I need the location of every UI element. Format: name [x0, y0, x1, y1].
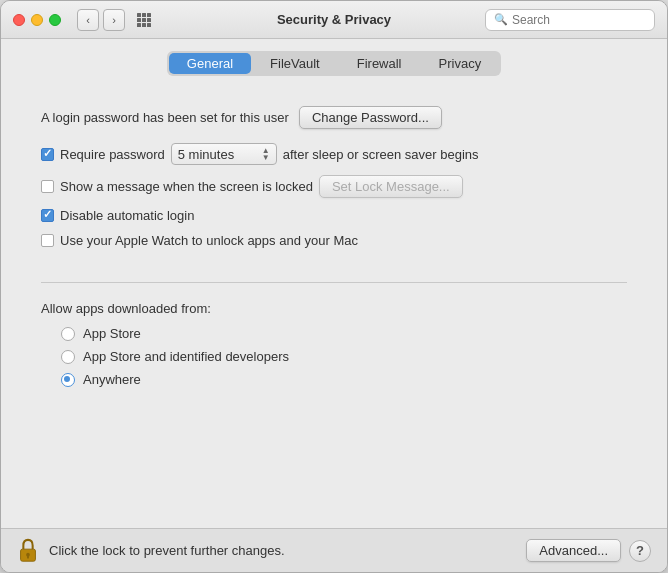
svg-rect-1: [142, 13, 146, 17]
svg-rect-5: [147, 18, 151, 22]
radio-app-store[interactable]: [61, 327, 75, 341]
radio-group: App Store App Store and identified devel…: [41, 326, 627, 387]
section-apps: Allow apps downloaded from: App Store Ap…: [41, 297, 627, 391]
titlebar: ‹ › Security & Privacy 🔍: [1, 1, 667, 39]
disable-autologin-checkbox[interactable]: [41, 209, 54, 222]
radio-anywhere-label: Anywhere: [83, 372, 141, 387]
svg-rect-7: [142, 23, 146, 27]
footer-lock-text: Click the lock to prevent further change…: [49, 543, 526, 558]
tabs-bar: General FileVault Firewall Privacy: [1, 39, 667, 86]
radio-row-app-store-identified: App Store and identified developers: [61, 349, 627, 364]
tab-general[interactable]: General: [169, 53, 251, 74]
search-input[interactable]: [512, 13, 646, 27]
window: ‹ › Security & Privacy 🔍 General: [0, 0, 668, 573]
minimize-button[interactable]: [31, 14, 43, 26]
allow-apps-label: Allow apps downloaded from:: [41, 301, 627, 316]
close-button[interactable]: [13, 14, 25, 26]
svg-rect-0: [137, 13, 141, 17]
search-box[interactable]: 🔍: [485, 9, 655, 31]
svg-rect-11: [27, 554, 29, 558]
advanced-button[interactable]: Advanced...: [526, 539, 621, 562]
select-arrow-icon: ▲▼: [262, 147, 270, 161]
after-sleep-label: after sleep or screen saver begins: [283, 147, 479, 162]
svg-rect-4: [142, 18, 146, 22]
show-message-checkbox[interactable]: [41, 180, 54, 193]
window-title: Security & Privacy: [277, 12, 391, 27]
help-button[interactable]: ?: [629, 540, 651, 562]
radio-app-store-identified[interactable]: [61, 350, 75, 364]
section-divider: [41, 282, 627, 283]
tab-firewall[interactable]: Firewall: [339, 53, 420, 74]
radio-app-store-label: App Store: [83, 326, 141, 341]
search-icon: 🔍: [494, 13, 508, 26]
content: A login password has been set for this u…: [1, 86, 667, 528]
svg-rect-2: [147, 13, 151, 17]
apple-watch-label: Use your Apple Watch to unlock apps and …: [60, 233, 358, 248]
lock-icon[interactable]: [17, 538, 39, 564]
require-password-checkbox[interactable]: [41, 148, 54, 161]
grid-button[interactable]: [133, 9, 155, 31]
disable-autologin-label: Disable automatic login: [60, 208, 194, 223]
maximize-button[interactable]: [49, 14, 61, 26]
forward-button[interactable]: ›: [103, 9, 125, 31]
traffic-lights: [13, 14, 61, 26]
tab-filevault[interactable]: FileVault: [252, 53, 338, 74]
change-password-button[interactable]: Change Password...: [299, 106, 442, 129]
show-message-label: Show a message when the screen is locked: [60, 179, 313, 194]
require-password-label: Require password: [60, 147, 165, 162]
set-lock-message-button[interactable]: Set Lock Message...: [319, 175, 463, 198]
radio-row-app-store: App Store: [61, 326, 627, 341]
footer: Click the lock to prevent further change…: [1, 528, 667, 572]
radio-row-anywhere: Anywhere: [61, 372, 627, 387]
show-message-row: Show a message when the screen is locked…: [41, 175, 627, 198]
nav-buttons: ‹ ›: [77, 9, 125, 31]
apple-watch-checkbox[interactable]: [41, 234, 54, 247]
login-password-label: A login password has been set for this u…: [41, 110, 289, 125]
require-password-row: Require password 5 minutes immediately 1…: [41, 143, 627, 165]
login-password-row: A login password has been set for this u…: [41, 106, 627, 129]
radio-anywhere[interactable]: [61, 373, 75, 387]
tabs-container: General FileVault Firewall Privacy: [167, 51, 501, 76]
password-duration-select[interactable]: 5 minutes immediately 1 minute 15 minute…: [178, 147, 260, 162]
svg-rect-3: [137, 18, 141, 22]
tab-privacy[interactable]: Privacy: [421, 53, 500, 74]
radio-app-store-identified-label: App Store and identified developers: [83, 349, 289, 364]
back-button[interactable]: ‹: [77, 9, 99, 31]
password-duration-select-wrap[interactable]: 5 minutes immediately 1 minute 15 minute…: [171, 143, 277, 165]
section-login: A login password has been set for this u…: [41, 96, 627, 274]
disable-autologin-row: Disable automatic login: [41, 208, 627, 223]
svg-rect-6: [137, 23, 141, 27]
apple-watch-row: Use your Apple Watch to unlock apps and …: [41, 233, 627, 248]
svg-rect-8: [147, 23, 151, 27]
